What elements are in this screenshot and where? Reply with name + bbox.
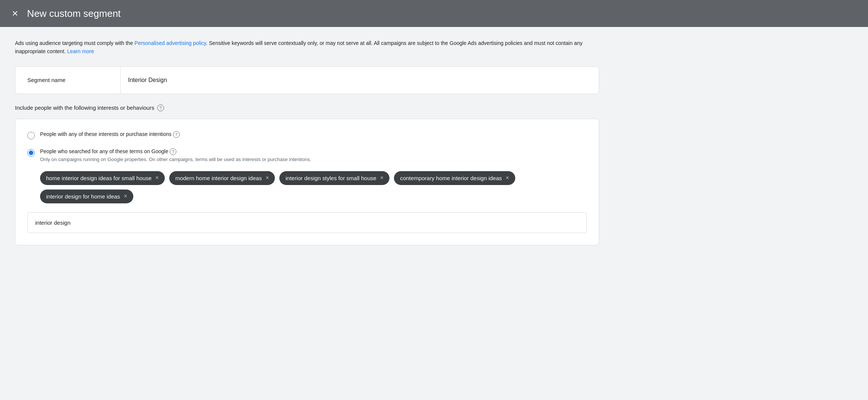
keyword-tag: modern home interior design ideas×: [169, 171, 275, 185]
keyword-tag-remove[interactable]: ×: [380, 175, 383, 181]
search-input-wrapper: [27, 212, 587, 233]
interests-panel: People with any of these interests or pu…: [15, 119, 599, 245]
policy-notice: Ads using audience targeting must comply…: [15, 39, 599, 56]
keyword-tag-text: modern home interior design ideas: [175, 175, 262, 181]
keyword-tag-text: contemporary home interior design ideas: [400, 175, 502, 181]
radio-interests-input[interactable]: [27, 132, 35, 139]
keyword-tag: interior design for home ideas×: [40, 190, 133, 203]
dialog-content: Ads using audience targeting must comply…: [0, 27, 868, 257]
dialog-title: New custom segment: [27, 8, 121, 19]
radio-interests-text: People with any of these interests or pu…: [40, 131, 172, 137]
keyword-tag-remove[interactable]: ×: [155, 175, 159, 181]
radio-searched-label: People who searched for any of these ter…: [40, 148, 311, 162]
keyword-tag: contemporary home interior design ideas×: [394, 171, 515, 185]
segment-name-label: Segment name: [15, 68, 120, 92]
interests-label-text: Include people with the following intere…: [15, 104, 154, 111]
close-button[interactable]: ×: [12, 8, 18, 19]
dialog-header: × New custom segment: [0, 0, 868, 27]
radio-interests-label: People with any of these interests or pu…: [40, 131, 180, 138]
keyword-tag-remove[interactable]: ×: [506, 175, 509, 181]
keyword-tag-text: interior design for home ideas: [46, 193, 120, 200]
radio-interests-help-icon[interactable]: ?: [173, 131, 180, 138]
radio-searched-text: People who searched for any of these ter…: [40, 148, 168, 154]
policy-link2[interactable]: Learn more: [67, 48, 94, 54]
interests-section-label: Include people with the following intere…: [15, 104, 853, 111]
segment-name-section: Segment name: [15, 66, 599, 94]
radio-option-searched: People who searched for any of these ter…: [27, 148, 587, 162]
keyword-tag-text: home interior design ideas for small hou…: [46, 175, 152, 181]
interests-help-icon[interactable]: ?: [157, 104, 164, 111]
keyword-tag: home interior design ideas for small hou…: [40, 171, 165, 185]
tags-container: home interior design ideas for small hou…: [40, 171, 587, 203]
radio-option-interests: People with any of these interests or pu…: [27, 131, 587, 139]
radio-searched-sublabel: Only on campaigns running on Google prop…: [40, 157, 311, 162]
keyword-tag-remove[interactable]: ×: [265, 175, 269, 181]
segment-name-input[interactable]: [120, 67, 599, 94]
keyword-tag-text: interior design styles for small house: [285, 175, 376, 181]
search-terms-input[interactable]: [35, 219, 579, 226]
policy-link1[interactable]: Personalised advertising policy: [134, 40, 206, 46]
keyword-tag-remove[interactable]: ×: [124, 193, 127, 199]
policy-text-before: Ads using audience targeting must comply…: [15, 40, 134, 46]
radio-searched-help-icon[interactable]: ?: [170, 148, 176, 155]
keyword-tag: interior design styles for small house×: [279, 171, 389, 185]
radio-searched-input[interactable]: [27, 149, 35, 157]
